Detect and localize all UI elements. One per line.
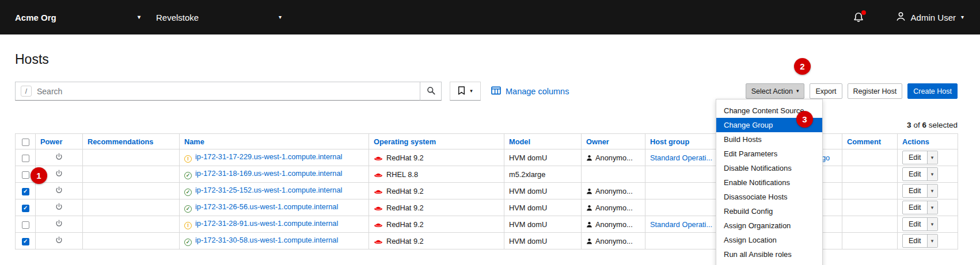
owner-cell: Anonymo... (582, 149, 645, 166)
host-group-link[interactable]: Standard Operati... (650, 153, 712, 162)
column-header-name[interactable]: Name (180, 134, 369, 149)
row-checkbox[interactable] (22, 221, 29, 229)
recommendations-cell (83, 199, 180, 216)
select-all-cell (16, 134, 36, 149)
row-checkbox[interactable] (22, 238, 29, 245)
edit-dropdown-toggle[interactable]: ▾ (927, 235, 937, 247)
org-selector-label: Acme Org (15, 13, 56, 22)
column-header-owner[interactable]: Owner (582, 134, 645, 149)
edit-button[interactable]: Edit▾ (902, 151, 938, 164)
edit-button[interactable]: Edit▾ (902, 184, 938, 198)
host-name-link[interactable]: ip-172-31-28-91.us-west-1.compute.intern… (195, 219, 338, 228)
name-cell: ✓ip-172-31-26-56.us-west-1.compute.inter… (180, 199, 369, 216)
host-group-link[interactable]: Standard Operati... (650, 220, 712, 229)
manage-columns-link[interactable]: Manage columns (491, 82, 569, 101)
menu-item[interactable]: Run all Ansible roles (716, 247, 822, 262)
select-all-checkbox[interactable] (22, 139, 29, 146)
column-header-power[interactable]: Power (36, 134, 83, 149)
edit-button[interactable]: Edit▾ (902, 167, 938, 181)
actions-cell: Edit▾ (898, 216, 958, 233)
name-cell: ✓ip-172-31-18-169.us-west-1.compute.inte… (180, 166, 369, 183)
menu-item[interactable]: Build Hosts (716, 132, 822, 147)
manage-columns-label: Manage columns (506, 87, 569, 96)
search-button[interactable] (420, 82, 442, 101)
power-icon (55, 154, 63, 163)
row-checkbox[interactable] (22, 188, 29, 195)
selection-summary: 3 of 6 selected (907, 121, 958, 129)
search-input[interactable]: / Search (15, 82, 420, 101)
row-select-cell (16, 149, 36, 166)
column-header-model[interactable]: Model (504, 134, 582, 149)
edit-dropdown-toggle[interactable]: ▾ (927, 218, 937, 231)
location-selector-label: Revelstoke (156, 13, 199, 22)
menu-item[interactable]: Rebuild Config (716, 204, 822, 218)
power-status-cell[interactable] (36, 149, 83, 166)
menu-item[interactable]: Enable Notifications (716, 175, 822, 190)
chevron-down-icon: ▾ (961, 14, 964, 20)
export-button[interactable]: Export (810, 83, 842, 99)
owner-cell: Anonymo... (582, 233, 645, 249)
row-checkbox[interactable] (22, 171, 29, 179)
power-status-cell[interactable] (36, 183, 83, 199)
actions-cell: Edit▾ (898, 166, 958, 183)
column-header-host-group[interactable]: Host group (645, 134, 719, 149)
comment-cell (842, 216, 898, 233)
notification-indicator-dot (861, 10, 866, 15)
power-status-cell[interactable] (36, 233, 83, 249)
power-status-cell[interactable] (36, 216, 83, 233)
annotation-badge-2: 2 (794, 58, 811, 75)
column-header-comment[interactable]: Comment (842, 134, 898, 149)
column-header-actions[interactable]: Actions (898, 134, 958, 149)
menu-item[interactable]: Disassociate Hosts (716, 190, 822, 204)
host-group-cell: Standard Operati... (645, 149, 719, 166)
row-checkbox[interactable] (22, 155, 29, 162)
os-cell: RedHat 9.2 (369, 183, 504, 199)
host-name-link[interactable]: ip-172-31-26-56.us-west-1.compute.intern… (195, 202, 338, 211)
location-selector[interactable]: Revelstoke ▾ (156, 0, 282, 34)
host-group-cell (645, 199, 719, 216)
os-cell: RedHat 9.2 (369, 216, 504, 233)
owner-cell: Anonymo... (582, 183, 645, 199)
os-cell: RedHat 9.2 (369, 199, 504, 216)
edit-dropdown-toggle[interactable]: ▾ (927, 168, 937, 180)
notifications-button[interactable] (853, 12, 865, 24)
owner-user-icon (586, 237, 592, 245)
comment-cell (842, 149, 898, 166)
edit-dropdown-toggle[interactable]: ▾ (927, 185, 937, 197)
column-header-recommendations[interactable]: Recommendations (83, 134, 180, 149)
masthead: Acme Org ▾ Revelstoke ▾ Admin User ▾ (0, 0, 980, 34)
row-select-cell (16, 233, 36, 249)
row-checkbox[interactable] (22, 205, 29, 212)
host-name-link[interactable]: ip-172-31-30-58.us-west-1.compute.intern… (195, 236, 338, 244)
register-host-button[interactable]: Register Host (848, 83, 903, 99)
menu-item[interactable]: Disable Notifications (716, 161, 822, 175)
edit-button[interactable]: Edit▾ (902, 217, 938, 231)
actions-cell: Edit▾ (898, 183, 958, 199)
host-name-link[interactable]: ip-172-31-25-152.us-west-1.compute.inter… (195, 186, 342, 194)
select-action-button[interactable]: Select Action ▾ (746, 83, 805, 99)
total-count: 6 (922, 121, 926, 129)
status-ok-icon: ✓ (184, 205, 192, 213)
menu-item[interactable]: Edit Parameters (716, 147, 822, 161)
slash-shortcut-hint: / (21, 86, 32, 97)
edit-button[interactable]: Edit▾ (902, 234, 938, 248)
column-header-operating-system[interactable]: Operating system (369, 134, 504, 149)
host-group-cell: Standard Operati... (645, 216, 719, 233)
redhat-os-icon (374, 203, 383, 212)
menu-item[interactable]: Assign Organization (716, 218, 822, 233)
user-menu[interactable]: Admin User ▾ (896, 0, 964, 34)
host-name-link[interactable]: ip-172-31-17-229.us-west-1.compute.inter… (195, 152, 342, 161)
power-status-cell[interactable] (36, 199, 83, 216)
edit-dropdown-toggle[interactable]: ▾ (927, 201, 937, 214)
org-selector[interactable]: Acme Org ▾ (15, 0, 140, 34)
power-icon (55, 237, 63, 246)
edit-button[interactable]: Edit▾ (902, 201, 938, 214)
columns-icon (491, 86, 501, 97)
menu-item[interactable]: Preupgrade check with Leapp (716, 262, 822, 265)
edit-dropdown-toggle[interactable]: ▾ (927, 151, 937, 164)
create-host-button[interactable]: Create Host (907, 83, 958, 99)
host-name-link[interactable]: ip-172-31-18-169.us-west-1.compute.inter… (195, 169, 342, 178)
menu-item[interactable]: Assign Location (716, 233, 822, 247)
last-report-link[interactable]: go (822, 153, 830, 162)
bookmark-button[interactable]: ▾ (450, 82, 481, 101)
